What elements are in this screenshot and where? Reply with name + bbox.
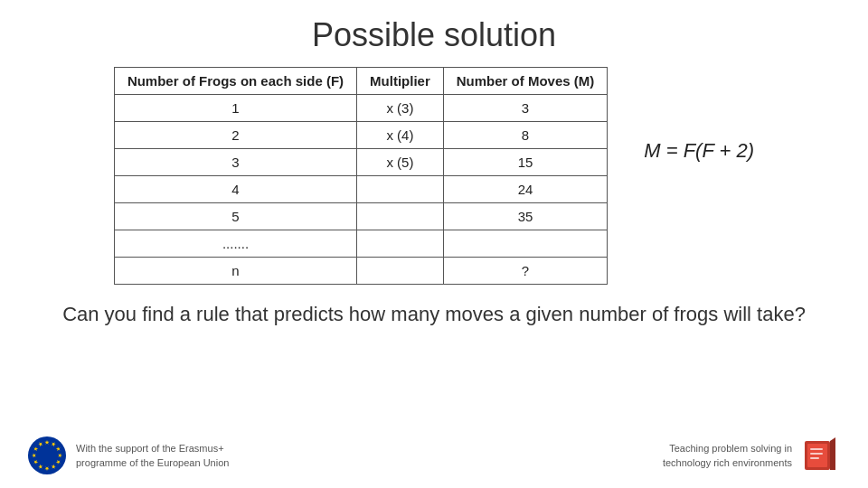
formula: M = F(F + 2) (644, 139, 754, 163)
table-container: Number of Frogs on each side (F) Multipl… (114, 67, 608, 285)
table-cell: 15 (443, 149, 608, 176)
footer: With the support of the Erasmus+programm… (0, 436, 868, 475)
table-cell: 3 (114, 149, 356, 176)
table-cell (357, 203, 444, 230)
table-cell: ....... (114, 230, 356, 258)
table-cell: ? (443, 258, 608, 285)
col-header-frogs: Number of Frogs on each side (F) (114, 68, 356, 95)
content-area: Number of Frogs on each side (F) Multipl… (0, 67, 868, 285)
footer-left: With the support of the Erasmus+programm… (27, 436, 229, 475)
table-cell: 8 (443, 122, 608, 149)
table-cell (443, 230, 608, 258)
table-cell (357, 230, 444, 258)
teaching-icon (801, 436, 841, 475)
table-cell: 1 (114, 95, 356, 122)
table-cell: n (114, 258, 356, 285)
svg-rect-16 (810, 453, 823, 455)
table-cell: 3 (443, 95, 608, 122)
table-cell: 35 (443, 203, 608, 230)
table-cell: x (3) (357, 95, 444, 122)
page-title: Possible solution (0, 0, 868, 67)
table-cell: 4 (114, 176, 356, 203)
data-table: Number of Frogs on each side (F) Multipl… (114, 67, 608, 285)
svg-rect-15 (810, 448, 823, 450)
footer-left-text: With the support of the Erasmus+programm… (76, 441, 229, 471)
formula-area: M = F(F + 2) (644, 67, 754, 163)
svg-marker-18 (830, 437, 835, 470)
svg-rect-17 (810, 457, 819, 459)
table-cell: 2 (114, 122, 356, 149)
col-header-multiplier: Multiplier (357, 68, 444, 95)
svg-rect-14 (807, 444, 827, 467)
footer-right: Teaching problem solving intechnology ri… (663, 436, 841, 475)
eu-logo-icon (27, 436, 67, 475)
table-cell: 24 (443, 176, 608, 203)
table-cell (357, 258, 444, 285)
table-cell (357, 176, 444, 203)
table-cell: 5 (114, 203, 356, 230)
table-cell: x (5) (357, 149, 444, 176)
question-text: Can you find a rule that predicts how ma… (0, 301, 868, 329)
table-cell: x (4) (357, 122, 444, 149)
footer-right-text: Teaching problem solving intechnology ri… (663, 441, 792, 471)
col-header-moves: Number of Moves (M) (443, 68, 608, 95)
